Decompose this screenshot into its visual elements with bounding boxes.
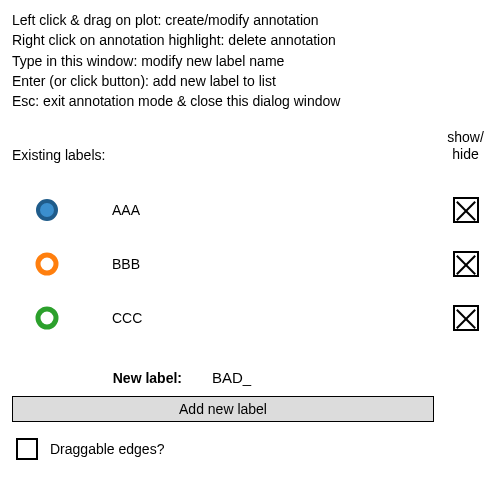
add-new-label-button[interactable]: Add new label — [12, 396, 434, 422]
draggable-edges-label: Draggable edges? — [50, 441, 164, 457]
svg-point-0 — [38, 201, 56, 219]
circle-marker-icon — [34, 305, 60, 331]
label-swatch[interactable] — [12, 305, 82, 331]
svg-point-1 — [38, 255, 56, 273]
label-swatch[interactable] — [12, 251, 82, 277]
instruction-line: Enter (or click button): add new label t… — [12, 71, 488, 91]
show-hide-toggle[interactable] — [443, 197, 488, 223]
label-row: AAA — [12, 183, 488, 237]
new-label-input[interactable]: BAD_ — [212, 369, 251, 386]
checked-box-icon — [453, 305, 479, 331]
instructions-block: Left click & drag on plot: create/modify… — [12, 10, 488, 111]
instruction-line: Left click & drag on plot: create/modify… — [12, 10, 488, 30]
show-hide-toggle[interactable] — [443, 305, 488, 331]
checked-box-icon — [453, 251, 479, 277]
draggable-edges-checkbox[interactable] — [16, 438, 38, 460]
new-label-heading: New label: — [12, 370, 212, 386]
label-name[interactable]: CCC — [82, 310, 443, 326]
draggable-edges-row: Draggable edges? — [12, 438, 488, 460]
svg-point-2 — [38, 309, 56, 327]
labels-header-row: Existing labels: show/ hide — [12, 129, 488, 163]
show-hide-toggle[interactable] — [443, 251, 488, 277]
show-hide-heading: show/ hide — [443, 129, 488, 163]
label-name[interactable]: AAA — [82, 202, 443, 218]
label-row: BBB — [12, 237, 488, 291]
new-label-row: New label: BAD_ — [12, 369, 488, 386]
checked-box-icon — [453, 197, 479, 223]
instruction-line: Type in this window: modify new label na… — [12, 51, 488, 71]
instruction-line: Esc: exit annotation mode & close this d… — [12, 91, 488, 111]
instruction-line: Right click on annotation highlight: del… — [12, 30, 488, 50]
circle-marker-icon — [34, 251, 60, 277]
circle-marker-icon — [34, 197, 60, 223]
existing-labels-heading: Existing labels: — [12, 147, 105, 163]
label-swatch[interactable] — [12, 197, 82, 223]
label-name[interactable]: BBB — [82, 256, 443, 272]
label-row: CCC — [12, 291, 488, 345]
